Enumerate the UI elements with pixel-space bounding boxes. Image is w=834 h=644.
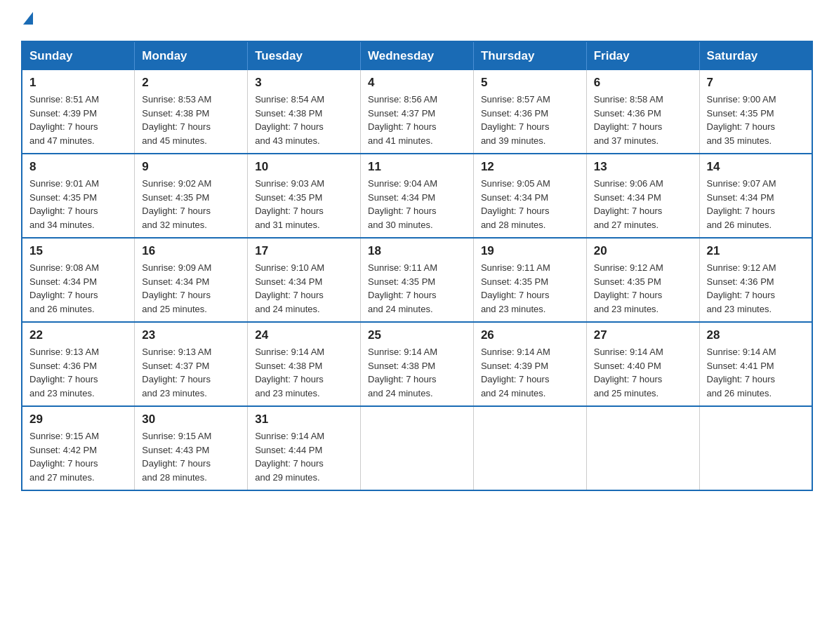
day-info: Sunrise: 8:54 AMSunset: 4:38 PMDaylight:… <box>255 94 324 146</box>
calendar-cell: 13 Sunrise: 9:06 AMSunset: 4:34 PMDaylig… <box>586 154 699 238</box>
day-info: Sunrise: 9:14 AMSunset: 4:38 PMDaylight:… <box>255 347 324 398</box>
day-info: Sunrise: 9:12 AMSunset: 4:35 PMDaylight:… <box>594 262 663 314</box>
calendar-cell: 8 Sunrise: 9:01 AMSunset: 4:35 PMDayligh… <box>22 154 135 238</box>
day-number: 16 <box>142 244 240 258</box>
calendar-cell: 18 Sunrise: 9:11 AMSunset: 4:35 PMDaylig… <box>361 238 474 322</box>
day-number: 12 <box>481 160 579 174</box>
header-saturday: Saturday <box>699 41 812 70</box>
calendar-cell: 31 Sunrise: 9:14 AMSunset: 4:44 PMDaylig… <box>248 406 361 490</box>
calendar-cell: 26 Sunrise: 9:14 AMSunset: 4:39 PMDaylig… <box>473 322 586 406</box>
day-number: 29 <box>29 412 127 427</box>
day-info: Sunrise: 9:10 AMSunset: 4:34 PMDaylight:… <box>255 262 324 314</box>
day-info: Sunrise: 9:08 AMSunset: 4:34 PMDaylight:… <box>29 262 99 314</box>
calendar-cell <box>586 406 699 490</box>
calendar-cell: 15 Sunrise: 9:08 AMSunset: 4:34 PMDaylig… <box>22 238 135 322</box>
day-number: 28 <box>707 328 805 342</box>
calendar-cell: 4 Sunrise: 8:56 AMSunset: 4:37 PMDayligh… <box>361 70 474 154</box>
day-number: 13 <box>594 160 692 174</box>
day-info: Sunrise: 9:15 AMSunset: 4:42 PMDaylight:… <box>29 431 99 483</box>
header-thursday: Thursday <box>473 41 586 70</box>
day-info: Sunrise: 9:12 AMSunset: 4:36 PMDaylight:… <box>707 262 776 314</box>
day-number: 1 <box>29 76 127 90</box>
calendar-cell <box>361 406 474 490</box>
day-number: 6 <box>594 76 692 90</box>
day-number: 8 <box>29 160 127 174</box>
calendar-cell: 5 Sunrise: 8:57 AMSunset: 4:36 PMDayligh… <box>473 70 586 154</box>
day-info: Sunrise: 8:51 AMSunset: 4:39 PMDaylight:… <box>29 94 99 146</box>
logo <box>21 14 33 27</box>
calendar-cell: 19 Sunrise: 9:11 AMSunset: 4:35 PMDaylig… <box>473 238 586 322</box>
day-info: Sunrise: 9:06 AMSunset: 4:34 PMDaylight:… <box>594 178 663 230</box>
day-number: 11 <box>368 160 466 174</box>
day-number: 24 <box>255 328 353 342</box>
day-info: Sunrise: 9:14 AMSunset: 4:44 PMDaylight:… <box>255 431 324 483</box>
calendar-week-row: 1 Sunrise: 8:51 AMSunset: 4:39 PMDayligh… <box>22 70 812 154</box>
header-monday: Monday <box>135 41 248 70</box>
calendar-cell: 10 Sunrise: 9:03 AMSunset: 4:35 PMDaylig… <box>248 154 361 238</box>
calendar-cell: 11 Sunrise: 9:04 AMSunset: 4:34 PMDaylig… <box>361 154 474 238</box>
calendar-cell: 9 Sunrise: 9:02 AMSunset: 4:35 PMDayligh… <box>135 154 248 238</box>
header-sunday: Sunday <box>22 41 135 70</box>
day-info: Sunrise: 9:07 AMSunset: 4:34 PMDaylight:… <box>707 178 776 230</box>
day-info: Sunrise: 9:14 AMSunset: 4:40 PMDaylight:… <box>594 347 663 398</box>
calendar-cell: 30 Sunrise: 9:15 AMSunset: 4:43 PMDaylig… <box>135 406 248 490</box>
day-number: 22 <box>29 328 127 342</box>
calendar-header-row: SundayMondayTuesdayWednesdayThursdayFrid… <box>22 41 812 70</box>
calendar-cell: 22 Sunrise: 9:13 AMSunset: 4:36 PMDaylig… <box>22 322 135 406</box>
calendar-cell <box>473 406 586 490</box>
calendar-week-row: 8 Sunrise: 9:01 AMSunset: 4:35 PMDayligh… <box>22 154 812 238</box>
day-info: Sunrise: 8:57 AMSunset: 4:36 PMDaylight:… <box>481 94 550 146</box>
logo-triangle-icon <box>23 12 33 25</box>
calendar-cell: 28 Sunrise: 9:14 AMSunset: 4:41 PMDaylig… <box>699 322 812 406</box>
day-info: Sunrise: 9:00 AMSunset: 4:35 PMDaylight:… <box>707 94 776 146</box>
day-number: 3 <box>255 76 353 90</box>
calendar-cell: 6 Sunrise: 8:58 AMSunset: 4:36 PMDayligh… <box>586 70 699 154</box>
day-info: Sunrise: 9:15 AMSunset: 4:43 PMDaylight:… <box>142 431 211 483</box>
day-info: Sunrise: 9:13 AMSunset: 4:37 PMDaylight:… <box>142 347 211 398</box>
calendar-cell: 1 Sunrise: 8:51 AMSunset: 4:39 PMDayligh… <box>22 70 135 154</box>
calendar-cell: 24 Sunrise: 9:14 AMSunset: 4:38 PMDaylig… <box>248 322 361 406</box>
day-number: 25 <box>368 328 466 342</box>
calendar-cell: 25 Sunrise: 9:14 AMSunset: 4:38 PMDaylig… <box>361 322 474 406</box>
day-number: 7 <box>707 76 805 90</box>
day-number: 15 <box>29 244 127 258</box>
day-number: 10 <box>255 160 353 174</box>
calendar-cell: 14 Sunrise: 9:07 AMSunset: 4:34 PMDaylig… <box>699 154 812 238</box>
day-info: Sunrise: 9:13 AMSunset: 4:36 PMDaylight:… <box>29 347 99 398</box>
day-number: 31 <box>255 412 353 427</box>
day-info: Sunrise: 9:01 AMSunset: 4:35 PMDaylight:… <box>29 178 99 230</box>
day-info: Sunrise: 9:03 AMSunset: 4:35 PMDaylight:… <box>255 178 324 230</box>
day-info: Sunrise: 9:11 AMSunset: 4:35 PMDaylight:… <box>481 262 550 314</box>
day-number: 20 <box>594 244 692 258</box>
header-wednesday: Wednesday <box>361 41 474 70</box>
calendar-cell: 20 Sunrise: 9:12 AMSunset: 4:35 PMDaylig… <box>586 238 699 322</box>
day-info: Sunrise: 9:05 AMSunset: 4:34 PMDaylight:… <box>481 178 550 230</box>
day-info: Sunrise: 8:58 AMSunset: 4:36 PMDaylight:… <box>594 94 663 146</box>
day-number: 18 <box>368 244 466 258</box>
calendar-cell: 12 Sunrise: 9:05 AMSunset: 4:34 PMDaylig… <box>473 154 586 238</box>
calendar-cell: 3 Sunrise: 8:54 AMSunset: 4:38 PMDayligh… <box>248 70 361 154</box>
day-info: Sunrise: 8:56 AMSunset: 4:37 PMDaylight:… <box>368 94 437 146</box>
calendar-cell: 16 Sunrise: 9:09 AMSunset: 4:34 PMDaylig… <box>135 238 248 322</box>
day-number: 2 <box>142 76 240 90</box>
day-number: 23 <box>142 328 240 342</box>
day-info: Sunrise: 9:02 AMSunset: 4:35 PMDaylight:… <box>142 178 211 230</box>
header-friday: Friday <box>586 41 699 70</box>
day-number: 27 <box>594 328 692 342</box>
calendar-cell <box>699 406 812 490</box>
day-number: 26 <box>481 328 579 342</box>
day-number: 14 <box>707 160 805 174</box>
calendar-week-row: 22 Sunrise: 9:13 AMSunset: 4:36 PMDaylig… <box>22 322 812 406</box>
page-header <box>21 14 813 27</box>
day-number: 5 <box>481 76 579 90</box>
day-number: 21 <box>707 244 805 258</box>
day-number: 4 <box>368 76 466 90</box>
calendar-cell: 21 Sunrise: 9:12 AMSunset: 4:36 PMDaylig… <box>699 238 812 322</box>
day-info: Sunrise: 9:11 AMSunset: 4:35 PMDaylight:… <box>368 262 437 314</box>
calendar-cell: 23 Sunrise: 9:13 AMSunset: 4:37 PMDaylig… <box>135 322 248 406</box>
day-number: 17 <box>255 244 353 258</box>
header-tuesday: Tuesday <box>248 41 361 70</box>
calendar-table: SundayMondayTuesdayWednesdayThursdayFrid… <box>21 41 813 491</box>
calendar-cell: 27 Sunrise: 9:14 AMSunset: 4:40 PMDaylig… <box>586 322 699 406</box>
day-info: Sunrise: 9:14 AMSunset: 4:38 PMDaylight:… <box>368 347 437 398</box>
